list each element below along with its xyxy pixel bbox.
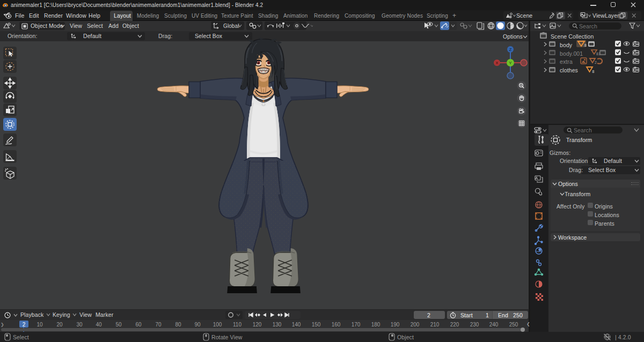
svg-text:8: 8 xyxy=(584,43,587,47)
svg-text:2: 2 xyxy=(595,61,597,64)
svg-text:Z: Z xyxy=(509,47,512,52)
svg-text:8: 8 xyxy=(592,70,595,73)
svg-text:X: X xyxy=(495,61,499,65)
svg-text:Y: Y xyxy=(509,61,512,65)
